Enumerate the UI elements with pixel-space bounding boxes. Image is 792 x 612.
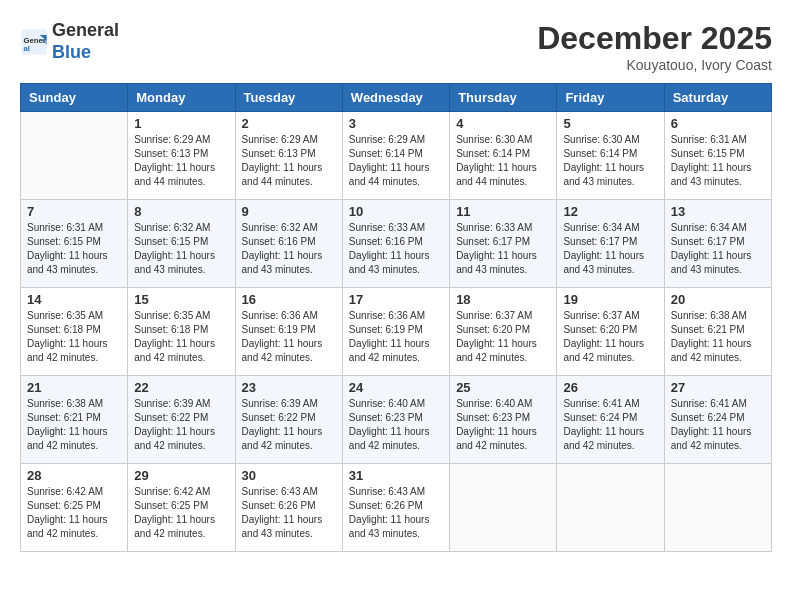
calendar-cell: 13Sunrise: 6:34 AM Sunset: 6:17 PM Dayli… [664,200,771,288]
day-number: 4 [456,116,550,131]
calendar-cell: 5Sunrise: 6:30 AM Sunset: 6:14 PM Daylig… [557,112,664,200]
day-info: Sunrise: 6:40 AM Sunset: 6:23 PM Dayligh… [456,397,550,453]
calendar-cell: 17Sunrise: 6:36 AM Sunset: 6:19 PM Dayli… [342,288,449,376]
day-number: 11 [456,204,550,219]
calendar-table: SundayMondayTuesdayWednesdayThursdayFrid… [20,83,772,552]
day-number: 24 [349,380,443,395]
calendar-cell: 7Sunrise: 6:31 AM Sunset: 6:15 PM Daylig… [21,200,128,288]
day-number: 30 [242,468,336,483]
day-number: 15 [134,292,228,307]
day-info: Sunrise: 6:29 AM Sunset: 6:13 PM Dayligh… [134,133,228,189]
day-number: 29 [134,468,228,483]
day-number: 13 [671,204,765,219]
day-number: 21 [27,380,121,395]
day-info: Sunrise: 6:37 AM Sunset: 6:20 PM Dayligh… [563,309,657,365]
day-info: Sunrise: 6:31 AM Sunset: 6:15 PM Dayligh… [27,221,121,277]
day-number: 23 [242,380,336,395]
day-number: 8 [134,204,228,219]
day-info: Sunrise: 6:36 AM Sunset: 6:19 PM Dayligh… [349,309,443,365]
day-info: Sunrise: 6:39 AM Sunset: 6:22 PM Dayligh… [134,397,228,453]
title-block: December 2025 Kouyatouo, Ivory Coast [537,20,772,73]
calendar-cell [450,464,557,552]
day-number: 19 [563,292,657,307]
calendar-cell: 30Sunrise: 6:43 AM Sunset: 6:26 PM Dayli… [235,464,342,552]
page-header: Gener al General Blue December 2025 Kouy… [20,20,772,73]
weekday-header-monday: Monday [128,84,235,112]
day-info: Sunrise: 6:38 AM Sunset: 6:21 PM Dayligh… [27,397,121,453]
calendar-cell: 29Sunrise: 6:42 AM Sunset: 6:25 PM Dayli… [128,464,235,552]
calendar-cell: 10Sunrise: 6:33 AM Sunset: 6:16 PM Dayli… [342,200,449,288]
day-number: 17 [349,292,443,307]
day-info: Sunrise: 6:43 AM Sunset: 6:26 PM Dayligh… [349,485,443,541]
day-number: 25 [456,380,550,395]
day-number: 9 [242,204,336,219]
calendar-cell: 4Sunrise: 6:30 AM Sunset: 6:14 PM Daylig… [450,112,557,200]
calendar-cell: 2Sunrise: 6:29 AM Sunset: 6:13 PM Daylig… [235,112,342,200]
day-number: 18 [456,292,550,307]
calendar-cell: 21Sunrise: 6:38 AM Sunset: 6:21 PM Dayli… [21,376,128,464]
day-info: Sunrise: 6:33 AM Sunset: 6:17 PM Dayligh… [456,221,550,277]
day-number: 10 [349,204,443,219]
weekday-header-wednesday: Wednesday [342,84,449,112]
calendar-cell: 28Sunrise: 6:42 AM Sunset: 6:25 PM Dayli… [21,464,128,552]
day-info: Sunrise: 6:33 AM Sunset: 6:16 PM Dayligh… [349,221,443,277]
calendar-cell: 6Sunrise: 6:31 AM Sunset: 6:15 PM Daylig… [664,112,771,200]
day-info: Sunrise: 6:35 AM Sunset: 6:18 PM Dayligh… [27,309,121,365]
day-info: Sunrise: 6:31 AM Sunset: 6:15 PM Dayligh… [671,133,765,189]
svg-text:al: al [24,44,30,53]
logo-general-text: General [52,20,119,40]
calendar-week-row: 1Sunrise: 6:29 AM Sunset: 6:13 PM Daylig… [21,112,772,200]
day-number: 20 [671,292,765,307]
calendar-cell: 18Sunrise: 6:37 AM Sunset: 6:20 PM Dayli… [450,288,557,376]
day-number: 5 [563,116,657,131]
day-info: Sunrise: 6:40 AM Sunset: 6:23 PM Dayligh… [349,397,443,453]
day-info: Sunrise: 6:32 AM Sunset: 6:15 PM Dayligh… [134,221,228,277]
calendar-week-row: 21Sunrise: 6:38 AM Sunset: 6:21 PM Dayli… [21,376,772,464]
day-info: Sunrise: 6:37 AM Sunset: 6:20 PM Dayligh… [456,309,550,365]
day-info: Sunrise: 6:32 AM Sunset: 6:16 PM Dayligh… [242,221,336,277]
calendar-cell: 31Sunrise: 6:43 AM Sunset: 6:26 PM Dayli… [342,464,449,552]
day-info: Sunrise: 6:34 AM Sunset: 6:17 PM Dayligh… [563,221,657,277]
calendar-cell: 1Sunrise: 6:29 AM Sunset: 6:13 PM Daylig… [128,112,235,200]
day-info: Sunrise: 6:41 AM Sunset: 6:24 PM Dayligh… [563,397,657,453]
calendar-week-row: 7Sunrise: 6:31 AM Sunset: 6:15 PM Daylig… [21,200,772,288]
logo-icon: Gener al [20,28,48,56]
calendar-cell: 19Sunrise: 6:37 AM Sunset: 6:20 PM Dayli… [557,288,664,376]
calendar-cell: 20Sunrise: 6:38 AM Sunset: 6:21 PM Dayli… [664,288,771,376]
location-subtitle: Kouyatouo, Ivory Coast [537,57,772,73]
day-number: 16 [242,292,336,307]
calendar-cell: 24Sunrise: 6:40 AM Sunset: 6:23 PM Dayli… [342,376,449,464]
calendar-cell: 16Sunrise: 6:36 AM Sunset: 6:19 PM Dayli… [235,288,342,376]
calendar-cell [557,464,664,552]
day-info: Sunrise: 6:41 AM Sunset: 6:24 PM Dayligh… [671,397,765,453]
day-number: 26 [563,380,657,395]
calendar-cell: 22Sunrise: 6:39 AM Sunset: 6:22 PM Dayli… [128,376,235,464]
day-number: 3 [349,116,443,131]
day-number: 14 [27,292,121,307]
logo: Gener al General Blue [20,20,119,63]
day-number: 22 [134,380,228,395]
calendar-week-row: 14Sunrise: 6:35 AM Sunset: 6:18 PM Dayli… [21,288,772,376]
calendar-cell: 8Sunrise: 6:32 AM Sunset: 6:15 PM Daylig… [128,200,235,288]
day-number: 27 [671,380,765,395]
calendar-cell: 23Sunrise: 6:39 AM Sunset: 6:22 PM Dayli… [235,376,342,464]
calendar-cell [664,464,771,552]
day-info: Sunrise: 6:42 AM Sunset: 6:25 PM Dayligh… [134,485,228,541]
calendar-cell: 26Sunrise: 6:41 AM Sunset: 6:24 PM Dayli… [557,376,664,464]
weekday-header-saturday: Saturday [664,84,771,112]
day-number: 1 [134,116,228,131]
weekday-header-tuesday: Tuesday [235,84,342,112]
day-info: Sunrise: 6:42 AM Sunset: 6:25 PM Dayligh… [27,485,121,541]
day-number: 6 [671,116,765,131]
calendar-cell [21,112,128,200]
calendar-week-row: 28Sunrise: 6:42 AM Sunset: 6:25 PM Dayli… [21,464,772,552]
calendar-cell: 14Sunrise: 6:35 AM Sunset: 6:18 PM Dayli… [21,288,128,376]
day-number: 12 [563,204,657,219]
calendar-cell: 3Sunrise: 6:29 AM Sunset: 6:14 PM Daylig… [342,112,449,200]
weekday-header-row: SundayMondayTuesdayWednesdayThursdayFrid… [21,84,772,112]
day-number: 28 [27,468,121,483]
day-number: 2 [242,116,336,131]
day-info: Sunrise: 6:29 AM Sunset: 6:13 PM Dayligh… [242,133,336,189]
calendar-cell: 27Sunrise: 6:41 AM Sunset: 6:24 PM Dayli… [664,376,771,464]
calendar-cell: 9Sunrise: 6:32 AM Sunset: 6:16 PM Daylig… [235,200,342,288]
